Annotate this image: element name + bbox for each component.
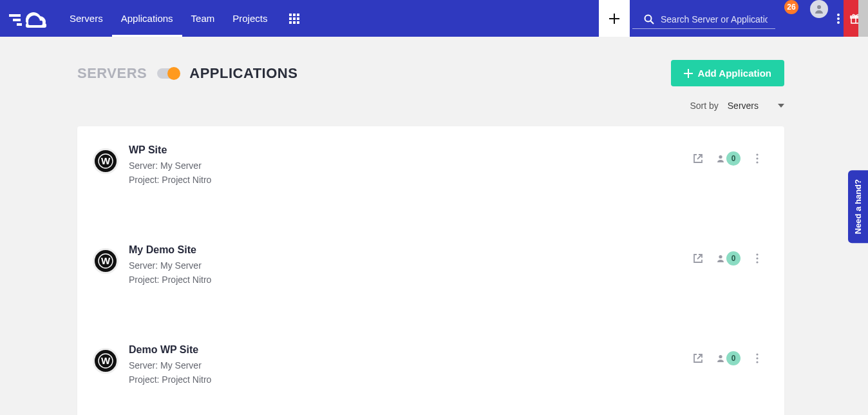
svg-line-50 [697,354,702,359]
external-link-icon [693,153,703,164]
svg-rect-20 [297,21,299,24]
kebab-icon [756,253,759,264]
team-count: 0 [726,251,741,265]
cloud-logo-icon [9,9,46,28]
svg-point-39 [756,157,758,159]
switcher-applications-label[interactable]: APPLICATIONS [189,65,297,82]
external-link-icon [693,353,703,363]
kebab-icon [756,153,759,164]
svg-point-40 [756,161,758,163]
nav-links: Servers Applications Team Projects [61,0,276,37]
search-icon [644,14,654,24]
open-external-button[interactable] [693,353,703,363]
svg-point-47 [756,261,758,263]
app-server-line: Server: My Server [129,159,693,173]
view-toggle[interactable] [157,68,179,79]
svg-rect-1 [13,19,21,21]
notification-badge[interactable]: 26 [784,0,798,14]
svg-rect-2 [17,23,22,26]
app-row-menu[interactable] [753,351,761,366]
sort-label: Sort by [690,101,718,111]
svg-point-23 [645,15,652,21]
kebab-icon [756,353,759,363]
person-icon [716,254,725,263]
apps-grid-button[interactable] [276,0,312,37]
app-row-menu[interactable] [753,151,761,166]
app-row[interactable]: W Demo WP Site Server: My Server Project… [77,326,784,415]
open-external-button[interactable] [693,253,703,264]
nav-servers[interactable]: Servers [61,0,112,37]
svg-point-44 [719,255,722,258]
svg-text:W: W [101,255,111,266]
chevron-down-icon [778,104,784,108]
logo[interactable] [0,0,61,37]
sort-controls: Sort by Servers [77,101,784,111]
sort-dropdown[interactable]: Servers [728,101,784,111]
svg-point-28 [837,21,840,24]
svg-rect-11 [28,21,42,25]
switcher-servers-label[interactable]: SERVERS [77,65,147,82]
help-tab[interactable]: Need a hand? [848,170,868,243]
person-icon [716,154,725,163]
svg-line-24 [651,21,654,24]
svg-line-36 [697,155,702,159]
app-project-line: Project: Project Nitro [129,173,693,187]
app-actions: 0 [693,344,761,366]
app-row[interactable]: W My Demo Site Server: My Server Project… [77,226,784,326]
sort-value: Servers [728,101,759,111]
svg-rect-12 [289,14,292,16]
page-header: SERVERS APPLICATIONS Add Application [77,60,784,86]
svg-text:W: W [101,355,111,366]
svg-point-27 [837,17,840,20]
app-row[interactable]: W WP Site Server: My Server Project: Pro… [77,126,784,226]
svg-point-54 [756,361,758,363]
open-external-button[interactable] [693,153,703,164]
nav-team[interactable]: Team [182,0,224,37]
search-box[interactable] [632,10,775,29]
app-actions: 0 [693,244,761,266]
app-info: My Demo Site Server: My Server Project: … [129,244,693,287]
app-actions: 0 [693,144,761,166]
app-project-line: Project: Project Nitro [129,273,693,287]
app-title: Demo WP Site [129,344,693,356]
team-badge[interactable]: 0 [716,251,741,265]
add-button-top[interactable] [599,0,630,37]
svg-point-38 [756,153,758,155]
svg-point-26 [837,14,840,16]
svg-rect-0 [9,14,21,17]
team-count: 0 [726,351,741,365]
scrollbar[interactable] [858,0,868,37]
svg-line-43 [697,255,702,259]
add-application-button[interactable]: Add Application [671,60,784,86]
app-server-line: Server: My Server [129,358,693,372]
user-avatar[interactable] [810,0,828,18]
plus-icon [684,69,693,78]
svg-rect-18 [289,21,292,24]
svg-point-53 [756,357,758,359]
svg-point-51 [719,354,722,358]
svg-point-25 [817,5,821,9]
app-title: WP Site [129,144,693,156]
svg-rect-33 [684,73,693,74]
app-project-line: Project: Project Nitro [129,372,693,387]
view-switcher: SERVERS APPLICATIONS [77,65,297,82]
app-info: WP Site Server: My Server Project: Proje… [129,144,693,188]
person-icon [814,4,824,14]
person-icon [716,354,725,363]
team-badge[interactable]: 0 [716,351,741,365]
svg-point-46 [756,257,758,259]
wordpress-icon: W [93,148,118,174]
wordpress-icon: W [93,248,118,274]
nav-projects[interactable]: Projects [223,0,276,37]
svg-point-45 [756,253,758,255]
external-link-icon [693,253,703,264]
team-badge[interactable]: 0 [716,151,741,166]
svg-point-37 [719,155,722,159]
svg-point-52 [756,353,758,355]
app-server-line: Server: My Server [129,258,693,273]
top-nav: Servers Applications Team Projects 26 [0,0,868,37]
header-menu[interactable] [833,0,844,37]
app-row-menu[interactable] [753,251,761,266]
search-input[interactable] [659,12,769,27]
nav-applications[interactable]: Applications [112,0,182,37]
